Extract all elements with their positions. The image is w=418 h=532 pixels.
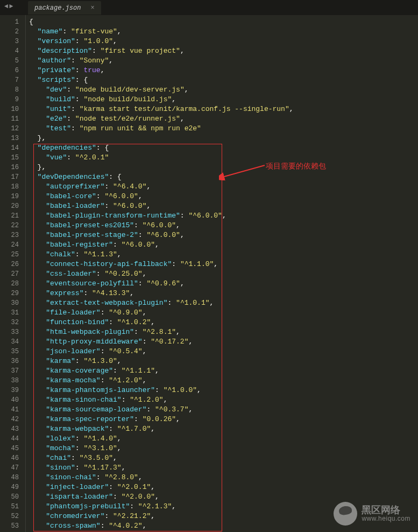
line-number: 18 [0,182,19,192]
code-line: "karma-mocha": "^1.2.0", [29,376,418,386]
line-number: 48 [0,473,19,482]
line-number: 21 [0,211,19,221]
line-number: 46 [0,453,19,463]
code-line: "babel-register": "^6.0.0", [29,240,418,250]
line-number: 43 [0,424,19,434]
code-line: { [29,17,418,27]
code-line: "json-loader": "^0.5.4", [29,347,418,356]
code-line: "sinon": "^1.17.3", [29,463,418,473]
code-line: "babel-core": "^6.0.0", [29,192,418,201]
line-number: 14 [0,143,19,153]
code-line: "karma-coverage": "^1.1.1", [29,366,418,376]
line-number: 50 [0,492,19,502]
line-number: 10 [0,104,19,114]
code-line: "express": "^4.13.3", [29,289,418,298]
code-line: "chromedriver": "^2.21.2", [29,512,418,521]
code-line: "karma-sinon-chai": "^1.2.0", [29,395,418,405]
line-number: 24 [0,240,19,250]
code-line: "test": "npm run unit && npm run e2e" [29,124,418,134]
code-line: "private": true, [29,66,418,75]
code-line: "eventsource-polyfill": "^0.9.6", [29,279,418,289]
line-number: 42 [0,415,19,424]
line-number: 53 [0,521,19,531]
code-area[interactable]: { "name": "first-vue", "version": "1.0.0… [26,15,418,532]
line-number: 28 [0,279,19,289]
line-number: 9 [0,95,19,104]
line-number: 33 [0,327,19,337]
code-line: "file-loader": "^0.9.0", [29,308,418,318]
editor: 1234567891011121314151617181920212223242… [0,15,418,532]
code-line: "http-proxy-middleware": "^0.17.2", [29,337,418,347]
code-line: "babel-preset-stage-2": "^6.0.0", [29,230,418,240]
code-line: "version": "1.0.0", [29,37,418,46]
code-line: "cross-spawn": "^4.0.2", [29,521,418,531]
line-number: 13 [0,134,19,143]
line-number: 45 [0,444,19,453]
line-number: 52 [0,512,19,521]
code-line: "babel-loader": "^6.0.0", [29,201,418,211]
nav-arrows: ◄ ► [4,3,13,10]
code-line: "name": "first-vue", [29,27,418,37]
line-number: 12 [0,124,19,134]
code-line: "autoprefixer": "^6.4.0", [29,182,418,192]
line-number: 37 [0,366,19,376]
line-number: 40 [0,395,19,405]
code-line: "babel-plugin-transform-runtime": "^6.0.… [29,211,418,221]
code-line: "chalk": "^1.1.3", [29,250,418,260]
code-line: "unit": "karma start test/unit/karma.con… [29,104,418,114]
line-number-gutter: 1234567891011121314151617181920212223242… [0,15,26,532]
line-number: 34 [0,337,19,347]
line-number: 51 [0,502,19,512]
line-number: 5 [0,56,19,66]
line-number: 41 [0,405,19,415]
code-line: }, [29,163,418,172]
line-number: 7 [0,75,19,85]
tab-title: package.json [34,4,81,12]
close-icon[interactable]: × [90,4,94,12]
code-line: }, [29,134,418,143]
code-line: "description": "first vue project", [29,46,418,56]
line-number: 38 [0,376,19,386]
code-line: "scripts": { [29,75,418,85]
code-line: "author": "Sonny", [29,56,418,66]
code-line: "vue": "^2.0.1" [29,153,418,163]
line-number: 15 [0,153,19,163]
code-line: "lolex": "^1.4.0", [29,434,418,444]
code-line: "karma-spec-reporter": "0.0.26", [29,415,418,424]
line-number: 32 [0,318,19,327]
code-line: "mocha": "^3.1.0", [29,444,418,453]
line-number: 35 [0,347,19,356]
line-number: 19 [0,192,19,201]
code-line: "devDependencies": { [29,172,418,182]
code-line: "css-loader": "^0.25.0", [29,269,418,279]
line-number: 49 [0,482,19,492]
line-number: 23 [0,230,19,240]
code-line: "sinon-chai": "^2.8.0", [29,473,418,482]
line-number: 25 [0,250,19,260]
nav-forward-icon[interactable]: ► [9,3,13,10]
line-number: 16 [0,163,19,172]
line-number: 11 [0,114,19,124]
line-number: 30 [0,298,19,308]
line-number: 31 [0,308,19,318]
code-line: "dev": "node build/dev-server.js", [29,85,418,95]
nav-back-icon[interactable]: ◄ [4,3,8,10]
tab-package-json[interactable]: package.json × [28,1,101,15]
code-line: "html-webpack-plugin": "^2.8.1", [29,327,418,337]
line-number: 4 [0,46,19,56]
code-line: "karma-webpack": "^1.7.0", [29,424,418,434]
code-line: "karma-phantomjs-launcher": "^1.0.0", [29,386,418,395]
code-line: "babel-preset-es2015": "^6.0.0", [29,221,418,230]
code-line: "phantomjs-prebuilt": "^2.1.3", [29,502,418,512]
line-number: 29 [0,289,19,298]
code-line: "inject-loader": "^2.0.1", [29,482,418,492]
line-number: 47 [0,463,19,473]
line-number: 39 [0,386,19,395]
line-number: 26 [0,260,19,269]
code-line: "e2e": "node test/e2e/runner.js", [29,114,418,124]
code-line: "isparta-loader": "^2.0.0", [29,492,418,502]
code-line: "karma": "^1.3.0", [29,356,418,366]
line-number: 3 [0,37,19,46]
code-line: "chai": "^3.5.0", [29,453,418,463]
code-line: "function-bind": "^1.0.2", [29,318,418,327]
